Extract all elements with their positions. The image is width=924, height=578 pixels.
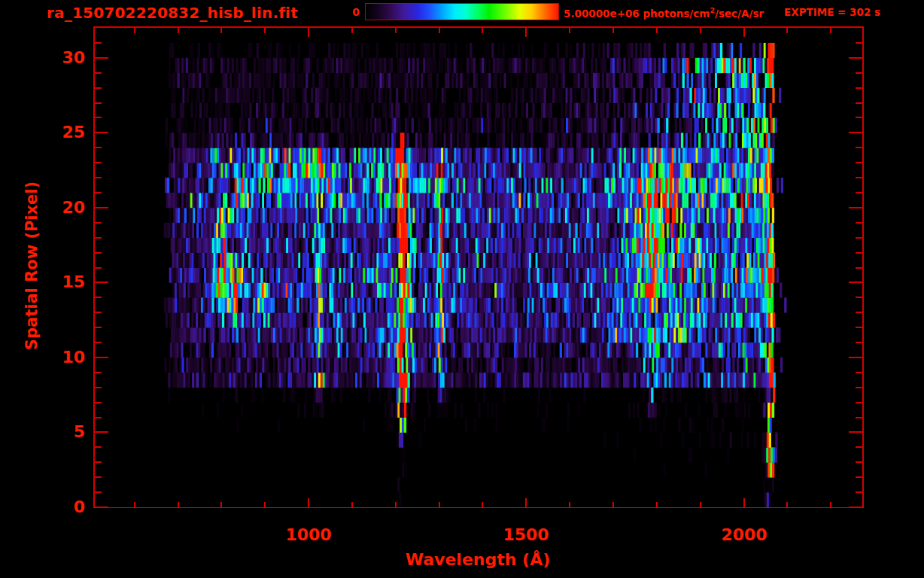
axis-tick	[95, 297, 102, 298]
idl-spectrum-window: ra_150702220832_hisb_lin.fit 0 5.00000e+…	[0, 0, 924, 578]
axis-tick	[220, 28, 222, 33]
axis-tick	[95, 357, 108, 358]
axis-tick	[95, 417, 102, 418]
axis-tick	[849, 57, 862, 59]
axis-tick	[856, 237, 862, 239]
axis-tick	[351, 502, 353, 507]
axis-tick	[95, 507, 108, 508]
axis-tick	[395, 502, 397, 507]
axis-tick	[856, 252, 862, 254]
axis-tick	[308, 28, 309, 37]
axis-tick	[856, 147, 862, 148]
axis-tick	[95, 372, 102, 373]
axis-tick	[95, 132, 108, 133]
axis-tick	[134, 502, 135, 507]
axis-tick	[482, 502, 483, 507]
axis-tick	[786, 502, 788, 507]
axis-tick	[482, 28, 483, 33]
axis-tick	[856, 342, 862, 343]
colorbar-max-label: 5.00000e+06 photons/cm2/sec/A/sr	[564, 6, 764, 20]
axis-tick	[856, 312, 862, 313]
axis-tick	[395, 28, 397, 33]
axis-tick	[656, 502, 658, 507]
axis-tick	[95, 476, 102, 478]
axis-tick	[95, 72, 102, 74]
axis-tick	[95, 431, 108, 433]
x-axis-title: Wavelength (Å)	[388, 550, 568, 569]
axis-tick	[856, 102, 862, 104]
axis-tick	[95, 147, 102, 148]
axis-tick	[856, 267, 862, 269]
exptime-label: EXPTIME = 302 s	[784, 6, 880, 18]
axis-tick	[743, 498, 745, 507]
colorbar-units-prefix: photons/cm	[640, 8, 710, 20]
axis-tick	[856, 117, 862, 118]
axis-tick	[95, 42, 102, 44]
axis-tick	[95, 387, 102, 388]
y-tick-label: 5	[28, 423, 85, 441]
axis-tick	[351, 28, 353, 33]
colorbar-min-label: 0	[330, 6, 360, 18]
axis-tick	[612, 28, 614, 33]
plot-title: ra_150702220832_hisb_lin.fit	[47, 4, 298, 22]
axis-tick	[95, 87, 102, 89]
colorbar-gradient	[365, 3, 559, 20]
axis-tick	[856, 387, 862, 388]
axis-tick	[856, 87, 862, 89]
axis-tick	[830, 28, 831, 33]
axis-tick	[856, 417, 862, 418]
axis-tick	[830, 502, 831, 507]
axis-tick	[856, 327, 862, 328]
axis-tick	[856, 402, 862, 403]
axis-tick	[856, 372, 862, 373]
axis-tick	[95, 117, 102, 118]
axis-tick	[264, 28, 266, 33]
axis-tick	[95, 222, 102, 224]
axis-tick	[95, 102, 102, 104]
axis-tick	[856, 461, 862, 463]
colorbar-max-value: 5.00000e+06	[564, 8, 640, 20]
colorbar-units-suffix: /sec/A/sr	[715, 8, 764, 20]
axis-tick	[849, 132, 862, 133]
axis-tick	[856, 476, 862, 478]
axis-tick	[308, 498, 309, 507]
axis-tick	[786, 28, 788, 33]
axis-tick	[95, 342, 102, 343]
axis-tick	[220, 502, 222, 507]
axis-tick	[95, 491, 102, 493]
axis-tick	[95, 237, 102, 239]
axis-tick	[134, 28, 135, 33]
axis-tick	[95, 267, 102, 269]
y-axis-title: Spatial Row (Pixel)	[23, 153, 42, 379]
y-tick-label: 25	[28, 123, 85, 141]
axis-tick	[178, 502, 179, 507]
y-tick-label: 0	[28, 498, 85, 516]
axis-tick	[95, 192, 102, 193]
axis-tick	[525, 28, 527, 37]
axis-tick	[439, 28, 440, 33]
axis-tick	[856, 72, 862, 74]
axis-tick	[700, 502, 701, 507]
spectrum-heatmap-canvas	[95, 28, 862, 507]
axis-tick	[95, 402, 102, 403]
axis-tick	[95, 461, 102, 463]
axis-tick	[849, 507, 862, 508]
axis-tick	[856, 177, 862, 178]
axis-tick	[178, 28, 179, 33]
axis-tick	[849, 281, 862, 283]
axis-tick	[612, 502, 614, 507]
axis-tick	[95, 57, 108, 59]
x-tick-label: 2000	[699, 525, 789, 544]
axis-tick	[439, 502, 440, 507]
axis-tick	[569, 502, 570, 507]
y-tick-label: 30	[28, 49, 85, 67]
axis-tick	[95, 177, 102, 178]
axis-tick	[264, 502, 266, 507]
axis-tick	[849, 431, 862, 433]
axis-tick	[95, 162, 102, 163]
axis-tick	[95, 446, 102, 448]
axis-tick	[700, 28, 701, 33]
axis-tick	[856, 42, 862, 44]
axis-tick	[95, 281, 108, 283]
axis-tick	[95, 327, 102, 328]
